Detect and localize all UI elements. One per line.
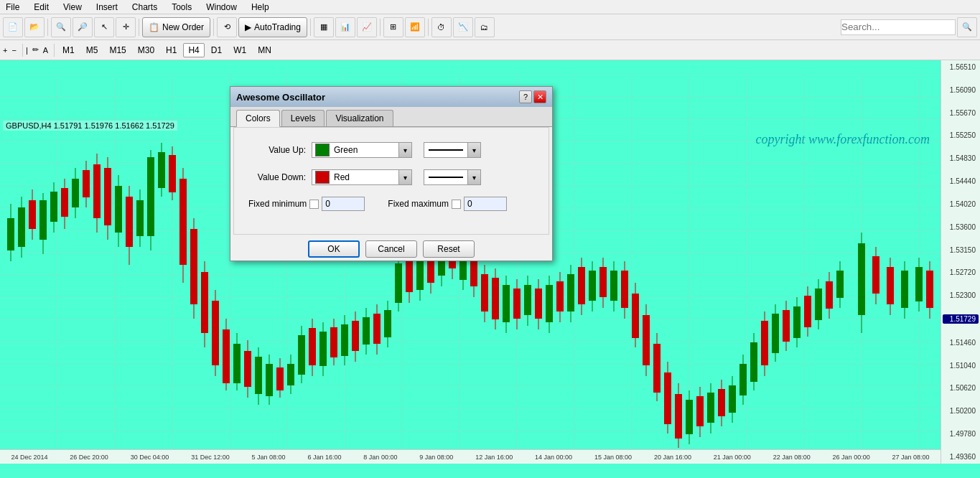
dialog-content: Value Up: Green ▾ ▾ Value Down: Red ▾ xyxy=(233,127,549,235)
fixed-min-group: Fixed minimum xyxy=(248,197,365,211)
tab-visualization[interactable]: Visualization xyxy=(326,110,393,126)
fixed-min-input[interactable] xyxy=(322,197,365,211)
dialog-tabs: Colors Levels Visualization xyxy=(230,107,552,127)
tab-levels[interactable]: Levels xyxy=(281,110,325,126)
value-down-dropdown-arrow[interactable]: ▾ xyxy=(398,170,411,184)
dialog-titlebar: Awesome Oscillator ? ✕ xyxy=(230,87,552,107)
dialog-title: Awesome Oscillator xyxy=(236,92,325,103)
value-up-label: Value Up: xyxy=(248,145,306,155)
line-arrow-down[interactable]: ▾ xyxy=(467,170,480,184)
value-down-color-dropdown[interactable]: Red ▾ xyxy=(312,169,412,185)
value-up-dropdown-arrow[interactable]: ▾ xyxy=(398,143,411,157)
value-up-color-dropdown[interactable]: Green ▾ xyxy=(312,142,412,158)
fixed-max-input[interactable] xyxy=(464,197,507,211)
value-down-line-style[interactable]: ▾ xyxy=(424,169,481,185)
awesome-oscillator-dialog: Awesome Oscillator ? ✕ Colors Levels Vis… xyxy=(230,86,553,261)
dialog-controls: ? ✕ xyxy=(519,90,546,103)
value-down-label: Value Down: xyxy=(248,172,306,182)
dialog-help-btn[interactable]: ? xyxy=(519,90,532,103)
value-down-swatch xyxy=(315,171,330,184)
value-up-swatch xyxy=(315,144,330,156)
cancel-button[interactable]: Cancel xyxy=(365,240,417,258)
value-up-row: Value Up: Green ▾ ▾ xyxy=(248,142,534,158)
reset-button[interactable]: Reset xyxy=(423,240,475,258)
line-preview-down xyxy=(429,177,463,178)
fixed-max-checkbox[interactable] xyxy=(452,200,461,209)
dialog-buttons: OK Cancel Reset xyxy=(230,235,552,261)
fixed-max-label: Fixed maximum xyxy=(388,199,449,209)
tab-colors[interactable]: Colors xyxy=(236,110,280,127)
fixed-min-checkbox[interactable] xyxy=(309,200,319,209)
ok-button[interactable]: OK xyxy=(308,240,360,258)
value-down-row: Value Down: Red ▾ ▾ xyxy=(248,169,534,185)
value-up-color-name: Green xyxy=(332,145,398,155)
line-preview-up xyxy=(429,149,463,151)
fixed-min-label: Fixed minimum xyxy=(248,199,307,209)
fixed-max-group: Fixed maximum xyxy=(388,197,507,211)
value-up-line-style[interactable]: ▾ xyxy=(424,142,481,158)
dialog-close-btn[interactable]: ✕ xyxy=(533,90,546,103)
dialog-overlay: Awesome Oscillator ? ✕ Colors Levels Vis… xyxy=(0,0,980,478)
line-arrow-up[interactable]: ▾ xyxy=(467,143,480,157)
fixed-minmax-row: Fixed minimum Fixed maximum xyxy=(248,197,534,211)
value-down-color-name: Red xyxy=(332,172,398,182)
